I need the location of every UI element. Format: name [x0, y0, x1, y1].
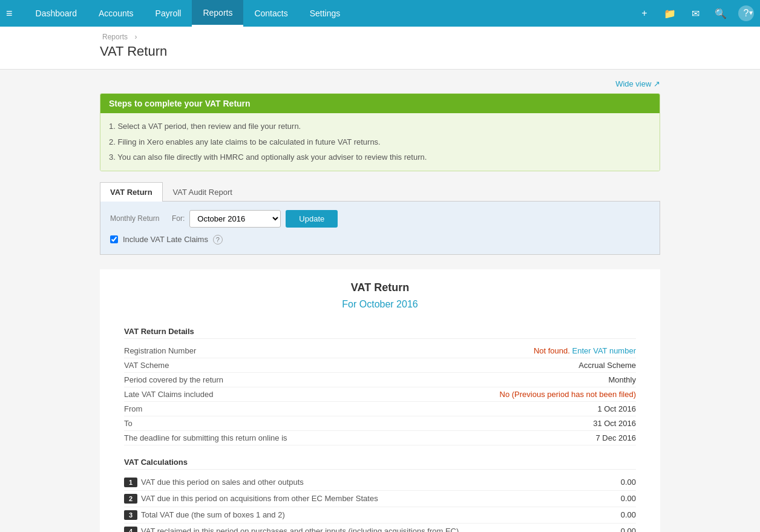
enter-vat-number-link[interactable]: Enter VAT number	[572, 346, 637, 355]
calc-left: 1VAT due this period on sales and other …	[124, 478, 588, 487]
report-subtitle: For October 2016	[124, 299, 636, 310]
checkbox-row: Include VAT Late Claims ?	[110, 235, 650, 245]
nav-right-icons: + 📁 ✉ 🔍 ?	[637, 5, 754, 21]
calc-value: 0.00	[588, 478, 636, 487]
detail-label: The deadline for submitting this return …	[124, 433, 287, 442]
detail-row: Registration NumberNot found. Enter VAT …	[124, 344, 636, 358]
add-icon[interactable]: +	[637, 5, 652, 21]
detail-row: Late VAT Claims includedNo (Previous per…	[124, 387, 636, 402]
calculations-heading: VAT Calculations	[124, 458, 636, 470]
nav-item-payroll[interactable]: Payroll	[145, 0, 192, 27]
detail-row: Period covered by the returnMonthly	[124, 373, 636, 387]
step-1: 1. Select a VAT period, then review and …	[109, 120, 651, 133]
detail-row: To31 Oct 2016	[124, 416, 636, 431]
filter-for-group: For: October 2016September 2016August 20…	[172, 210, 338, 228]
detail-label: Late VAT Claims included	[124, 390, 213, 399]
breadcrumb[interactable]: Reports ›	[100, 33, 660, 41]
calc-left: 2VAT due in this period on acquisitions …	[124, 494, 588, 504]
box-badge-4: 4	[124, 527, 137, 533]
wide-view-link[interactable]: Wide view ↗	[615, 79, 660, 88]
include-late-claims-checkbox[interactable]	[110, 235, 118, 243]
detail-label: Period covered by the return	[124, 375, 223, 384]
search-icon[interactable]: 🔍	[713, 5, 729, 21]
step-3: 3. You can also file directly with HMRC …	[109, 151, 651, 163]
detail-row: VAT SchemeAccrual Scheme	[124, 358, 636, 373]
nav-item-contacts[interactable]: Contacts	[243, 0, 298, 27]
calc-value: 0.00	[588, 527, 636, 532]
calc-left: 4VAT reclaimed in this period on purchas…	[124, 527, 588, 533]
steps-header: Steps to complete your VAT Return	[100, 94, 660, 113]
top-nav-bar: ≡ DashboardAccountsPayrollReportsContact…	[0, 0, 760, 27]
calc-desc: VAT due in this period on acquisitions f…	[141, 494, 588, 503]
detail-row: From1 Oct 2016	[124, 402, 636, 416]
for-label: For:	[172, 214, 185, 223]
detail-row: The deadline for submitting this return …	[124, 431, 636, 445]
page-title: VAT Return	[100, 44, 660, 59]
late-claims-help-icon[interactable]: ?	[213, 235, 223, 245]
breadcrumb-parent[interactable]: Reports	[102, 33, 128, 41]
period-select[interactable]: October 2016September 2016August 2016Jul…	[189, 210, 281, 228]
box-badge-1: 1	[124, 478, 137, 487]
tab-vat-return[interactable]: VAT Return	[100, 182, 163, 202]
calc-value: 0.00	[588, 510, 636, 519]
calc-desc: Total VAT due (the sum of boxes 1 and 2)	[141, 510, 588, 519]
nav-item-settings[interactable]: Settings	[299, 0, 352, 27]
detail-value: No (Previous period has not been filed)	[500, 390, 636, 399]
detail-value: 1 Oct 2016	[597, 404, 636, 413]
folder-icon[interactable]: 📁	[662, 5, 678, 21]
steps-box: Steps to complete your VAT Return 1. Sel…	[100, 93, 660, 171]
calc-left: 3Total VAT due (the sum of boxes 1 and 2…	[124, 510, 588, 520]
nav-item-dashboard[interactable]: Dashboard	[25, 0, 88, 27]
calc-row: 2VAT due in this period on acquisitions …	[124, 491, 636, 507]
wide-view-row: Wide view ↗	[100, 79, 660, 88]
mail-icon[interactable]: ✉	[687, 5, 703, 21]
calc-row: 1VAT due this period on sales and other …	[124, 475, 636, 491]
calculations-section: VAT Calculations 1VAT due this period on…	[124, 458, 636, 533]
breadcrumb-separator: ›	[134, 33, 137, 41]
page-header: Reports › VAT Return	[0, 27, 760, 70]
dropdown-icon[interactable]: ▾	[749, 8, 753, 17]
detail-value: Monthly	[608, 375, 636, 384]
box-badge-3: 3	[124, 510, 137, 520]
details-table: Registration NumberNot found. Enter VAT …	[124, 344, 636, 445]
include-late-claims-label[interactable]: Include VAT Late Claims	[123, 235, 208, 244]
update-button[interactable]: Update	[286, 210, 338, 228]
main-content: Wide view ↗ Steps to complete your VAT R…	[0, 70, 760, 532]
calc-row: 4VAT reclaimed in this period on purchas…	[124, 524, 636, 533]
detail-value[interactable]: Not found. Enter VAT number	[534, 346, 636, 355]
calc-desc: VAT due this period on sales and other o…	[141, 478, 588, 487]
nav-item-reports[interactable]: Reports	[192, 0, 243, 27]
tab-vat-audit-report[interactable]: VAT Audit Report	[163, 182, 243, 202]
calc-value: 0.00	[588, 494, 636, 503]
details-heading: VAT Return Details	[124, 327, 636, 339]
steps-body: 1. Select a VAT period, then review and …	[100, 113, 660, 171]
filter-panel: Monthly Return For: October 2016Septembe…	[100, 202, 660, 255]
monthly-return-label: Monthly Return	[110, 214, 165, 223]
detail-value: 7 Dec 2016	[596, 433, 637, 442]
calculations-table: 1VAT due this period on sales and other …	[124, 475, 636, 533]
nav-items: DashboardAccountsPayrollReportsContactsS…	[25, 0, 637, 27]
detail-label: From	[124, 404, 142, 413]
calc-row: 3Total VAT due (the sum of boxes 1 and 2…	[124, 507, 636, 524]
calc-desc: VAT reclaimed in this period on purchase…	[141, 527, 588, 532]
report-section: VAT Return For October 2016 VAT Return D…	[100, 269, 660, 533]
detail-value: 31 Oct 2016	[593, 419, 636, 428]
detail-label: Registration Number	[124, 346, 196, 355]
box-badge-2: 2	[124, 494, 137, 504]
app-logo-icon[interactable]: ≡	[6, 7, 13, 20]
tabs-row: VAT ReturnVAT Audit Report	[100, 182, 660, 202]
nav-item-accounts[interactable]: Accounts	[88, 0, 145, 27]
detail-label: To	[124, 419, 133, 428]
filter-row: Monthly Return For: October 2016Septembe…	[110, 210, 650, 228]
report-title: VAT Return	[124, 281, 636, 294]
step-2: 2. Filing in Xero enables any late claim…	[109, 136, 651, 148]
detail-value: Accrual Scheme	[578, 361, 636, 370]
detail-label: VAT Scheme	[124, 361, 169, 370]
